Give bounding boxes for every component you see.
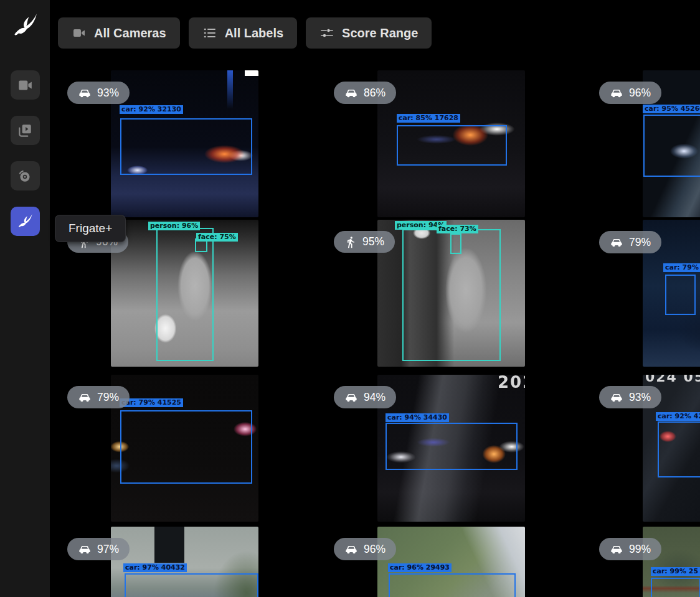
detection-card[interactable]: person: 94%face: 73%95% <box>377 220 525 367</box>
explore-icon <box>17 168 33 184</box>
detection-thumbnail[interactable]: car: 94% 34430202 <box>377 375 525 522</box>
detection-card[interactable]: car: 94% 3443020294% <box>377 375 525 522</box>
detection-label: car: 95% 45260 <box>643 105 700 113</box>
person-icon <box>344 236 357 248</box>
review-icon <box>17 123 33 139</box>
detection-label: face: 75% <box>196 233 238 242</box>
detection-bbox <box>658 421 700 477</box>
frigate-plus-tooltip: Frigate+ <box>55 215 126 242</box>
detection-thumbnail[interactable]: car: 97% 40432 <box>111 527 258 597</box>
score-value: 93% <box>629 391 651 404</box>
score-badge: 93% <box>599 386 661 408</box>
detection-thumbnail[interactable]: person: 94%face: 73% <box>377 220 525 367</box>
detection-bbox <box>397 125 507 166</box>
detection-card[interactable]: car: 85% 1762886% <box>377 70 525 217</box>
detection-bbox <box>120 410 252 484</box>
detection-card[interactable]: person: 96%face: 75%96% <box>111 220 258 367</box>
detection-card[interactable]: car: 96% 2949396% <box>377 527 525 597</box>
score-badge: 86% <box>334 82 396 104</box>
car-icon <box>610 390 623 404</box>
sidebar-item-review[interactable] <box>11 116 40 145</box>
detection-thumbnail[interactable]: car: 96% 29493 <box>377 527 525 597</box>
car-icon <box>610 235 623 249</box>
score-value: 95% <box>362 235 384 248</box>
detection-label: car: 96% 29493 <box>388 563 452 572</box>
car-icon <box>610 542 623 556</box>
detection-thumbnail[interactable]: car: 92% 32130 <box>111 70 258 217</box>
detection-card[interactable]: car: 92% 3213093% <box>111 70 258 217</box>
detection-bbox <box>651 578 700 597</box>
car-icon <box>78 86 92 100</box>
detection-card[interactable]: car: 99% 2599% <box>643 527 700 597</box>
score-value: 94% <box>364 391 385 404</box>
score-badge: 95% <box>334 231 395 253</box>
car-icon <box>78 390 92 404</box>
sidebar-item-frigate-plus[interactable] <box>11 207 40 236</box>
list-icon <box>202 26 217 40</box>
car-icon <box>78 542 92 556</box>
detection-label: car: 79% <box>663 263 700 272</box>
frigate-bird-icon <box>11 12 39 40</box>
score-badge: 97% <box>67 538 130 560</box>
frigate-app: All Cameras All Labels Score Range car: <box>0 0 700 597</box>
score-badge: 94% <box>334 386 396 408</box>
detection-bbox <box>385 423 518 470</box>
sidebar <box>0 0 50 597</box>
detection-bbox <box>643 115 700 177</box>
detection-label: car: 92% 4216 <box>656 412 700 421</box>
detection-thumbnail[interactable]: car: 79% 41525 <box>111 375 258 522</box>
score-value: 96% <box>629 87 651 100</box>
detection-bbox <box>125 573 258 597</box>
detection-bbox <box>665 275 696 315</box>
score-value: 86% <box>364 87 385 100</box>
video-camera-icon <box>72 26 87 40</box>
detection-label: car: 99% 25 <box>651 567 700 576</box>
score-badge: 96% <box>599 82 661 104</box>
camera-timestamp-fragment: 024 05 0 <box>645 375 700 385</box>
car-icon <box>610 86 623 100</box>
detection-card[interactable]: car: 92% 4216024 05 093% <box>643 375 700 522</box>
frigate-logo <box>10 11 40 41</box>
detection-card[interactable]: car: 95% 4526096% <box>643 70 700 217</box>
labels-filter-label: All Labels <box>225 26 283 40</box>
score-badge: 99% <box>599 538 661 560</box>
score-value: 97% <box>97 543 119 556</box>
detection-label: car: 94% 34430 <box>385 413 449 422</box>
score-value: 79% <box>97 391 119 404</box>
tooltip-label: Frigate+ <box>69 222 112 235</box>
score-badge: 79% <box>599 231 661 253</box>
detection-label: car: 85% 17628 <box>397 114 460 123</box>
sliders-icon <box>319 26 334 40</box>
detection-label: face: 73% <box>437 225 478 233</box>
detection-thumbnail[interactable]: car: 99% 25 <box>643 527 700 597</box>
detection-label: car: 92% 32130 <box>120 105 183 114</box>
score-value: 96% <box>364 543 385 556</box>
cameras-filter-button[interactable]: All Cameras <box>58 17 180 49</box>
score-badge: 93% <box>67 82 130 104</box>
detection-bbox <box>450 233 461 254</box>
sidebar-item-explore[interactable] <box>11 161 40 190</box>
labels-filter-button[interactable]: All Labels <box>189 17 297 49</box>
car-icon <box>344 86 358 100</box>
frigate-bird-icon <box>16 213 34 230</box>
score-value: 93% <box>97 87 119 100</box>
score-value: 99% <box>629 543 651 556</box>
detection-thumbnail[interactable]: person: 96%face: 75% <box>111 220 258 367</box>
detection-label: person: 96% <box>148 222 200 230</box>
detection-label: car: 97% 40432 <box>123 563 187 572</box>
detection-card[interactable]: car: 79% 4152579% <box>111 375 258 522</box>
sidebar-item-live[interactable] <box>11 70 40 100</box>
detection-thumbnail[interactable]: car: 85% 17628 <box>377 70 525 217</box>
score-range-filter-button[interactable]: Score Range <box>306 17 432 49</box>
score-badge: 96% <box>334 538 396 560</box>
car-icon <box>344 390 358 404</box>
score-range-filter-label: Score Range <box>342 26 418 40</box>
camera-timestamp-fragment: 202 <box>498 375 525 392</box>
detection-card[interactable]: car: 79%79% <box>643 220 700 367</box>
detection-bbox <box>389 573 516 597</box>
car-icon <box>344 542 358 556</box>
detection-bbox <box>120 118 252 175</box>
cameras-filter-label: All Cameras <box>94 26 166 40</box>
filter-toolbar: All Cameras All Labels Score Range <box>58 17 432 49</box>
detection-card[interactable]: car: 97% 4043297% <box>111 527 258 597</box>
